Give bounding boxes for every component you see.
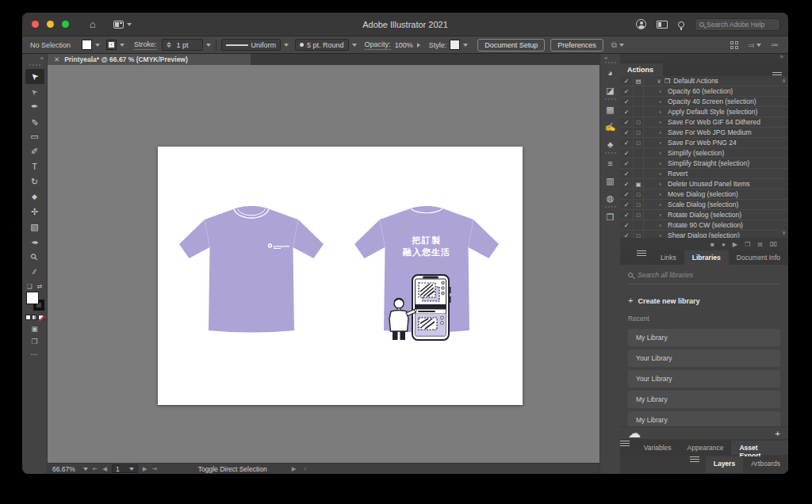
color-panel-icon[interactable]: ◕ [603, 65, 619, 81]
fill-swatch[interactable] [82, 40, 92, 50]
chevron-down-icon[interactable] [129, 468, 134, 471]
expander-icon[interactable]: › [644, 222, 665, 229]
toggle-item-icon[interactable]: ✓ [620, 139, 633, 147]
action-row[interactable]: ✓ › Apply Default Style (selection) [620, 107, 788, 117]
paintbrush-tool[interactable]: ✐ [25, 144, 44, 159]
color-mode-icon[interactable] [25, 315, 31, 320]
workspace-list-icon[interactable]: ≔ [771, 40, 779, 49]
pen-tool[interactable]: ✒ [25, 99, 44, 114]
toggle-item-icon[interactable]: ✓ [620, 232, 633, 239]
gradient-tool[interactable]: ▧ [25, 220, 44, 235]
expander-icon[interactable]: › [644, 119, 665, 126]
chevron-down-icon[interactable] [463, 44, 468, 47]
tab-links[interactable]: Links [653, 250, 684, 265]
library-search-input[interactable] [638, 271, 780, 279]
collapse-panels-icon[interactable]: » [620, 54, 788, 60]
chevron-down-icon[interactable] [120, 44, 124, 47]
libraries-panel-icon[interactable]: ❐ [603, 209, 619, 225]
type-tool[interactable]: T [25, 159, 44, 174]
stop-playing-icon[interactable]: ■ [710, 241, 714, 248]
expander-icon[interactable]: › [644, 139, 665, 147]
dialog-toggle-icon[interactable]: □ [633, 138, 644, 147]
panel-menu-icon[interactable] [690, 456, 699, 467]
scroll-up-icon[interactable]: ∧ [782, 78, 786, 84]
rectangle-tool[interactable]: ▭ [25, 129, 44, 144]
action-row[interactable]: ✓ › Simplify (selection) [620, 148, 788, 158]
brush-dropdown[interactable]: 5 pt. Round [295, 39, 349, 51]
toggle-item-icon[interactable]: ✓ [620, 170, 633, 178]
toggle-item-icon[interactable]: ✓ [620, 191, 633, 198]
toggle-item-icon[interactable]: ✓ [620, 150, 633, 157]
create-new-library-button[interactable]: +Create new library [628, 296, 780, 305]
style-swatch[interactable] [450, 40, 460, 50]
curvature-tool[interactable]: ✎ [25, 114, 44, 129]
default-fill-stroke-icon[interactable]: ❏ [27, 283, 33, 290]
action-row[interactable]: ✓ □ › Save For Web JPG Medium [620, 128, 788, 138]
toggle-item-icon[interactable]: ✓ [620, 212, 633, 219]
create-new-set-icon[interactable]: ❒ [745, 241, 750, 248]
direct-selection-tool[interactable]: ➤ [25, 84, 44, 99]
tab-asset-export[interactable]: Asset Export [731, 441, 788, 455]
library-item[interactable]: My Library [628, 329, 780, 346]
none-mode-icon[interactable] [38, 315, 44, 320]
stroke-link[interactable]: Stroke: [134, 40, 157, 50]
panel-menu-icon[interactable] [620, 441, 630, 449]
create-new-action-icon[interactable]: ⊞ [757, 241, 763, 248]
expander-icon[interactable]: › [644, 98, 665, 105]
chevron-down-icon[interactable] [284, 44, 289, 47]
arrange-documents-icon[interactable] [730, 41, 738, 49]
action-row[interactable]: ✓ □ › Shear Dialog (selection) [620, 231, 788, 238]
expander-icon[interactable]: › [644, 181, 665, 188]
toggle-item-icon[interactable]: ✓ [620, 109, 633, 116]
next-artboard-icon[interactable]: ▶ [143, 465, 147, 472]
zoom-tool[interactable]: ⚲ [25, 250, 44, 265]
close-tab-icon[interactable]: ✕ [54, 55, 59, 63]
toggle-item-icon[interactable]: ✓ [620, 201, 633, 208]
action-row[interactable]: ✓ › Simplify Straight (selection) [620, 158, 788, 169]
chevron-down-icon[interactable] [83, 468, 88, 471]
first-artboard-icon[interactable]: ⇤ [93, 465, 98, 472]
expander-icon[interactable]: › [644, 150, 665, 157]
swap-fill-stroke-icon[interactable]: ⇄ [37, 283, 43, 290]
chevron-right-icon[interactable] [417, 43, 420, 48]
opacity-link[interactable]: Opacity: [365, 40, 391, 50]
zoom-level[interactable]: 66.67% [52, 465, 75, 473]
isolate-icon[interactable]: ⧉ [611, 40, 616, 50]
action-row[interactable]: ✓ › Rotate 90 CW (selection) [620, 220, 788, 231]
account-icon[interactable] [636, 19, 646, 29]
dialog-toggle-icon[interactable]: □ [633, 128, 644, 137]
tab-variables[interactable]: Variables [636, 441, 680, 455]
panel-toggle-icon[interactable] [657, 21, 668, 29]
transparency-panel-icon[interactable]: ◍ [603, 190, 619, 206]
fill-proxy[interactable] [26, 292, 39, 304]
expander-icon[interactable]: › [644, 232, 665, 239]
preferences-button[interactable]: Preferences [550, 39, 603, 52]
artboards-panel-icon[interactable]: ▦ [603, 101, 619, 117]
status-play-icon[interactable]: ▶ [292, 465, 297, 472]
lightbulb-icon[interactable] [678, 21, 684, 28]
library-item[interactable]: Your Library [628, 370, 780, 388]
actions-panel-tab[interactable]: Actions [620, 63, 663, 76]
toolbar-grip[interactable] [29, 64, 40, 66]
add-content-icon[interactable]: + [776, 429, 780, 438]
eraser-tool[interactable]: ◆ [25, 189, 44, 204]
toggle-item-icon[interactable]: ✓ [620, 160, 633, 167]
action-row[interactable]: ✓ ▤ ∨ ❒ Default Actions [620, 76, 788, 86]
change-screen-mode-icon[interactable]: ❐ [22, 338, 47, 346]
dialog-toggle-icon[interactable] [633, 220, 644, 230]
hand-tool[interactable]: ∕∕ [25, 265, 44, 280]
artboard[interactable]: printyeala 把訂製 融入您生活 [158, 147, 523, 405]
panel-menu-icon[interactable] [772, 72, 782, 73]
tab-layers[interactable]: Layers [706, 456, 743, 473]
tab-libraries[interactable]: Libraries [684, 250, 729, 265]
tshirt-back-artwork[interactable]: 把訂製 融入您生活 [351, 198, 502, 341]
action-row[interactable]: ✓ □ › Scale Dialog (selection) [620, 200, 788, 210]
stroke-weight-stepper[interactable] [167, 42, 171, 48]
dialog-toggle-icon[interactable] [633, 148, 644, 158]
dialog-toggle-icon[interactable] [633, 107, 644, 116]
action-row[interactable]: ✓ □ › Move Dialog (selection) [620, 189, 788, 200]
toggle-item-icon[interactable]: ✓ [620, 181, 633, 188]
shaper-tool[interactable]: ✢ [25, 204, 44, 220]
drawing-modes-icon[interactable]: ▣ [22, 325, 47, 333]
document-setup-button[interactable]: Document Setup [477, 39, 545, 52]
